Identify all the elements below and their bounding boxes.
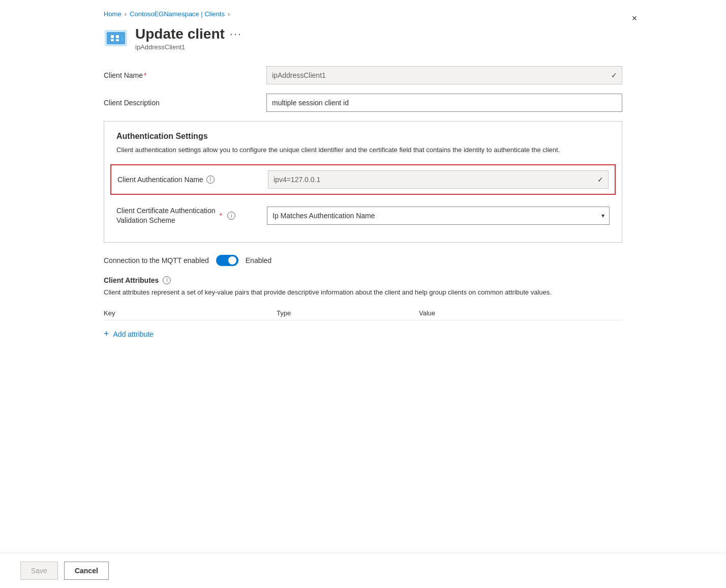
svg-rect-3 xyxy=(116,35,119,38)
breadcrumb: Home › ContosoEGNamespace | Clients › xyxy=(104,10,622,18)
mqtt-status: Enabled xyxy=(246,256,271,264)
breadcrumb-sep2: › xyxy=(228,10,230,18)
mqtt-label: Connection to the MQTT enabled xyxy=(104,256,209,264)
auth-name-label: Client Authentication Name i xyxy=(117,175,268,184)
auth-section-desc: Client authentication settings allow you… xyxy=(116,145,610,155)
breadcrumb-sep1: › xyxy=(125,10,127,18)
page-title: Update client xyxy=(135,26,225,42)
col-header-value: Value xyxy=(419,309,622,317)
footer: Save Cancel xyxy=(0,553,726,588)
auth-name-info-icon[interactable]: i xyxy=(206,175,215,184)
client-attributes-title-row: Client Attributes i xyxy=(104,276,622,284)
client-name-label: Client Name* xyxy=(104,71,266,79)
add-attribute-button[interactable]: + Add attribute xyxy=(104,325,154,343)
client-attributes-section: Client Attributes i Client attributes re… xyxy=(104,276,622,344)
svg-rect-5 xyxy=(116,39,119,41)
cancel-button[interactable]: Cancel xyxy=(64,562,109,580)
svg-rect-6 xyxy=(121,35,123,41)
client-name-field-wrap: ✓ xyxy=(266,66,622,84)
auth-name-check-icon: ✓ xyxy=(597,175,603,184)
authentication-settings-section: Authentication Settings Client authentic… xyxy=(104,121,622,243)
cert-validation-select[interactable]: Ip Matches Authentication NameThumbprint… xyxy=(267,207,610,225)
panel-header: Update client ··· ipAddressClient1 xyxy=(104,26,622,51)
auth-name-row: Client Authentication Name i ✓ xyxy=(110,164,616,195)
page-subtitle: ipAddressClient1 xyxy=(135,43,242,51)
mqtt-toggle[interactable] xyxy=(216,255,238,266)
mqtt-row: Connection to the MQTT enabled Enabled xyxy=(104,255,622,266)
close-button[interactable]: × xyxy=(626,10,643,26)
auth-name-input xyxy=(268,170,609,189)
attributes-table-header: Key Type Value xyxy=(104,306,622,320)
cert-validation-select-wrap: Ip Matches Authentication NameThumbprint… xyxy=(267,207,610,225)
auth-name-field-wrap: ✓ xyxy=(268,170,609,189)
client-description-label: Client Description xyxy=(104,99,266,107)
client-name-input xyxy=(266,66,622,84)
col-header-type: Type xyxy=(277,309,419,317)
close-icon: × xyxy=(632,13,638,24)
header-icon xyxy=(104,26,128,50)
col-header-key: Key xyxy=(104,309,277,317)
cert-validation-info-icon[interactable]: i xyxy=(227,212,235,220)
client-name-check-icon: ✓ xyxy=(611,71,617,79)
auth-section-title: Authentication Settings xyxy=(116,132,610,141)
cert-validation-row: Client Certificate Authentication Valida… xyxy=(116,200,610,232)
more-options-button[interactable]: ··· xyxy=(230,28,242,40)
client-description-input[interactable] xyxy=(266,94,622,112)
toggle-slider xyxy=(216,255,238,266)
client-attributes-info-icon[interactable]: i xyxy=(163,276,171,284)
client-attributes-desc: Client attributes represent a set of key… xyxy=(104,287,622,298)
cert-validation-label: Client Certificate Authentication Valida… xyxy=(116,206,267,226)
breadcrumb-home[interactable]: Home xyxy=(104,10,122,18)
add-icon: + xyxy=(104,329,109,339)
client-description-row: Client Description xyxy=(104,94,622,112)
save-button: Save xyxy=(20,562,58,580)
svg-rect-4 xyxy=(111,39,114,41)
client-attributes-title: Client Attributes xyxy=(104,276,159,284)
breadcrumb-namespace[interactable]: ContosoEGNamespace | Clients xyxy=(130,10,225,18)
add-attribute-label: Add attribute xyxy=(113,330,154,338)
svg-rect-2 xyxy=(111,35,114,38)
client-name-row: Client Name* ✓ xyxy=(104,66,622,84)
